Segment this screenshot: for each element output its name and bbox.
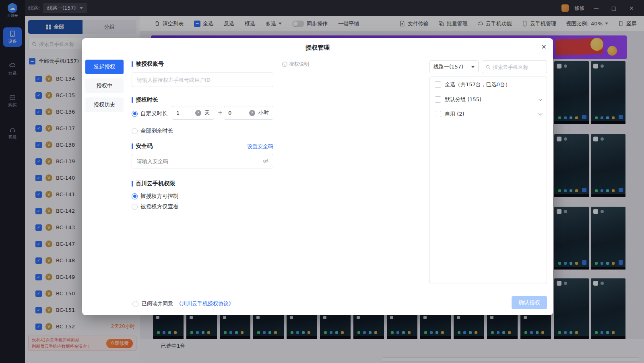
eye-off-icon[interactable] [262, 158, 269, 164]
checkbox-unchecked[interactable] [435, 111, 441, 117]
all-remaining-radio[interactable]: 全部剩余时长 [132, 127, 173, 135]
radio-unselected-icon[interactable] [132, 204, 138, 210]
days-input-box: 天 [172, 106, 214, 120]
radio-selected-icon[interactable] [132, 111, 138, 117]
security-code-box [132, 154, 273, 168]
section-permissions: 百川云手机权限 [132, 180, 175, 187]
hours-input[interactable] [228, 110, 249, 116]
days-input[interactable] [176, 110, 195, 116]
agreement-row[interactable]: 已阅读并同意 《川川云手机授权协议》 [132, 300, 234, 307]
search-icon [486, 64, 490, 70]
perm-view-radio[interactable]: 被授权方仅查看 [132, 203, 179, 210]
chevron-down-icon[interactable] [539, 111, 543, 115]
set-security-code-link[interactable]: 设置安全码 [233, 143, 273, 150]
dialog-nav: 发起授权 授权中 授权历史 [85, 60, 124, 112]
selector-group-list: 全选（共157台，已选0台） 默认分组 (155) 自用 (2) [429, 77, 547, 284]
tab-authorizing[interactable]: 授权中 [85, 79, 124, 93]
clear-icon[interactable] [195, 110, 201, 116]
info-icon: i [282, 62, 287, 67]
plus-separator: + [218, 109, 223, 116]
authorization-help-link[interactable]: i授权说明 [282, 61, 309, 68]
chevron-down-icon[interactable] [539, 97, 543, 101]
days-unit: 天 [204, 109, 210, 116]
authorization-dialog: 授权管理 ✕ 发起授权 授权中 授权历史 被授权账号 i授权说明 授权时长 自定… [82, 38, 553, 315]
confirm-authorization-button[interactable]: 确认授权 [512, 296, 547, 309]
agreement-checkbox[interactable] [132, 301, 138, 307]
line-select[interactable]: 线路一(157) [429, 60, 479, 73]
section-account: 被授权账号 [132, 60, 164, 68]
checkbox-unchecked[interactable] [435, 96, 441, 103]
custom-duration-radio[interactable]: 自定义时长 [132, 110, 168, 117]
section-security-code: 安全码 [132, 143, 153, 150]
section-duration: 授权时长 [132, 96, 158, 104]
chevron-down-icon [471, 66, 475, 68]
selector-select-all-row[interactable]: 全选（共157台，已选0台） [430, 77, 547, 92]
radio-unselected-icon[interactable] [132, 128, 138, 134]
radio-selected-icon[interactable] [132, 193, 138, 199]
agreement-link[interactable]: 《川川云手机授权协议》 [176, 300, 234, 307]
tab-initiate-authorization[interactable]: 发起授权 [85, 60, 124, 74]
group-row-personal[interactable]: 自用 (2) [430, 107, 547, 121]
dialog-title: 授权管理 [82, 44, 553, 52]
hours-unit: 小时 [258, 109, 269, 116]
hours-input-box: 小时 [224, 106, 273, 120]
footer-divider [132, 294, 547, 294]
selected-count: 0 [497, 81, 500, 87]
selector-search-input[interactable] [493, 64, 543, 70]
authorized-account-input[interactable] [132, 73, 273, 87]
app-window: 线路: 线路一(157) 修修 — □ ✕ ☁ 川川云 设备 云盘 购买 [0, 0, 644, 363]
selector-search[interactable] [482, 60, 547, 73]
checkbox-unchecked[interactable] [435, 81, 441, 88]
perm-control-radio[interactable]: 被授权方可控制 [132, 193, 179, 200]
group-row-default[interactable]: 默认分组 (155) [430, 92, 547, 107]
close-icon[interactable]: ✕ [541, 43, 547, 51]
tab-authorization-history[interactable]: 授权历史 [85, 97, 124, 112]
clear-icon[interactable] [249, 110, 255, 116]
security-code-input[interactable] [137, 158, 259, 164]
